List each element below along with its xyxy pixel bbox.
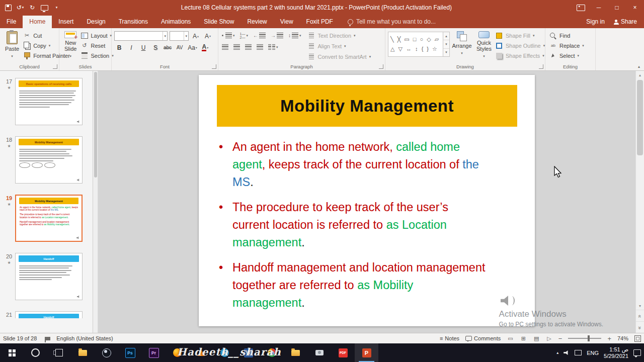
dialog-launcher-icon[interactable] [379,64,383,69]
powerpoint-icon[interactable]: P [355,343,378,362]
save-button[interactable] [3,3,13,13]
zoom-slider-handle[interactable] [588,335,590,341]
next-slide-button[interactable]: » [636,321,644,333]
comments-toggle[interactable]: Comments [465,335,501,341]
camera-icon[interactable] [307,343,331,362]
select-button[interactable]: Select▾ [548,51,586,60]
strikethrough-button[interactable]: abc [163,43,173,52]
numbering-button[interactable]: 1—2—▾ [239,31,249,40]
zoom-out-button[interactable]: − [558,335,562,342]
shapes-gallery[interactable]: ╲ ╳ ▭ □ ○ ◇ ▱ △ ▽ ↔ ↕ { } ☆ [388,32,443,57]
tab-view[interactable]: View [274,16,300,28]
character-spacing-button[interactable]: AV [175,43,185,52]
more-shapes-icon[interactable]: ▾ [443,48,449,56]
text-shadow-button[interactable]: S [150,43,160,52]
tab-transitions[interactable]: Transitions [112,16,154,28]
decrease-indent-button[interactable]: ← [252,31,267,40]
scroll-up-icon[interactable]: ▴ [636,71,644,79]
folder-icon[interactable] [284,343,307,362]
chrome-icon[interactable] [260,343,284,362]
scrollbar-thumb[interactable] [637,80,643,155]
photoshop-icon[interactable]: Ps [118,343,142,362]
dialog-launcher-icon[interactable] [212,64,216,69]
vertical-scrollbar[interactable]: ▴ ▾ « » [635,71,644,333]
sign-in-link[interactable]: Sign in [586,18,605,25]
task-view-icon[interactable] [47,343,71,362]
input-language-indicator[interactable]: ENG [587,350,599,356]
bold-button[interactable]: B [114,43,124,52]
grow-font-button[interactable]: A▴ [191,32,201,40]
maximize-button[interactable]: □ [608,0,626,15]
new-slide-button[interactable]: New Slide ▾ [62,30,79,61]
zoom-level[interactable]: 74% [617,335,628,341]
align-center-button[interactable] [232,43,241,51]
tab-file[interactable]: File [0,16,23,28]
telegram-icon[interactable] [213,343,236,362]
tab-home[interactable]: Home [23,16,52,28]
slide-thumbnail-17[interactable]: 17★Basic operations of receiving calls [3,78,92,125]
shape-effects-button[interactable]: Shape Effects▾ [494,51,546,60]
align-right-button[interactable] [244,43,253,51]
slide-thumbnail-19[interactable]: 19★Mobility ManagementAn agent in the ho… [3,195,92,242]
slide-canvas[interactable]: Mobility Management •An agent in the hom… [199,75,535,326]
scrollbar-thumb[interactable] [94,72,97,177]
reading-view-button[interactable]: ▤ [533,335,540,342]
dialog-launcher-icon[interactable] [539,64,543,69]
layout-button[interactable]: Layout▾ [79,31,115,40]
normal-view-button[interactable]: ▭ [507,335,514,342]
pdf-icon[interactable]: PDF [331,343,355,362]
shape-fill-button[interactable]: Shape Fill▾ [494,31,546,40]
redo-button[interactable]: ↻ [27,3,37,13]
underline-button[interactable]: U [138,43,148,52]
file-explorer-icon[interactable] [71,343,95,362]
slideshow-view-button[interactable]: ▷ [546,335,552,342]
previous-slide-button[interactable]: « [636,310,644,321]
slide-title[interactable]: Mobility Management [217,85,517,127]
fit-to-window-button[interactable] [634,335,641,342]
audio-speaker-icon[interactable] [501,294,518,307]
firefox-icon[interactable] [166,343,189,362]
find-button[interactable]: Find [548,31,586,40]
start-icon[interactable] [0,343,24,362]
volume-icon[interactable] [564,350,570,355]
paste-button[interactable]: Paste ▾ [3,30,22,61]
vlc-icon[interactable] [189,343,213,362]
slide-bullets[interactable]: •An agent in the home network, called ho… [199,127,501,312]
section-button[interactable]: Section▾ [79,51,115,60]
slide-sorter-view-button[interactable]: ⊞ [520,335,527,342]
line-spacing-button[interactable]: ↕▾ [287,31,302,40]
align-left-button[interactable] [221,43,229,51]
bullets-button[interactable]: ▾ [221,31,236,40]
tab-review[interactable]: Review [240,16,273,28]
premiere-icon[interactable]: Pr [142,343,166,362]
slide-thumbnail-20[interactable]: 20★Handoff [3,253,92,300]
font-color-button[interactable]: A▾ [200,43,210,52]
notes-toggle[interactable]: ≡Notes [440,335,459,341]
taskbar-clock[interactable]: 1:51 ص 5/29/2021 [604,346,628,359]
language-label[interactable]: English (United States) [56,335,113,341]
tell-me-box[interactable]: Tell me what you want to do... [348,18,436,28]
increase-indent-button[interactable]: → [270,31,284,40]
zoom-in-button[interactable]: + [607,335,611,342]
obs-icon[interactable] [95,343,118,362]
start-slideshow-button[interactable] [39,3,49,13]
scrollbar-track[interactable] [636,79,644,302]
text-direction-button[interactable]: Text Direction▾ [306,31,372,40]
show-hidden-icons-button[interactable]: ▴ [556,350,558,355]
justify-button[interactable] [256,43,264,51]
slide-thumbnail-21[interactable]: 21Handoff [3,311,92,318]
undo-button[interactable]: ↺▾ [15,3,25,13]
minimize-button[interactable]: ─ [590,0,608,15]
share-button[interactable]: Share [614,18,637,25]
thumbnail-scrollbar[interactable] [93,71,98,333]
action-center-icon[interactable] [633,349,641,356]
tab-slide-show[interactable]: Slide Show [197,16,240,28]
reset-button[interactable]: ↺Reset [79,41,115,50]
scroll-down-icon[interactable]: ▾ [443,40,449,48]
tab-insert[interactable]: Insert [52,16,80,28]
shape-outline-button[interactable]: Shape Outline▾ [494,41,546,50]
tab-design[interactable]: Design [80,16,112,28]
convert-to-smartart-button[interactable]: Convert to SmartArt▾ [306,52,372,61]
tab-animations[interactable]: Animations [154,16,197,28]
close-button[interactable]: × [626,0,644,15]
